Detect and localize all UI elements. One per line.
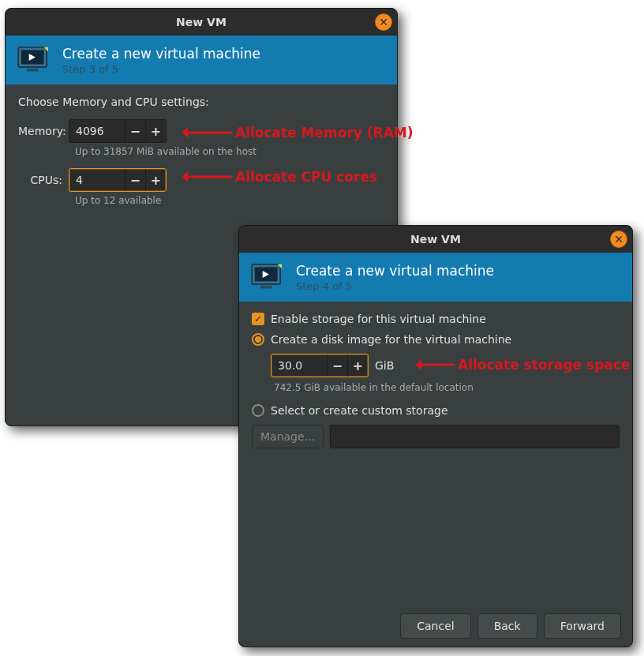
back-button[interactable]: Back xyxy=(477,613,537,639)
memory-hint: Up to 31857 MiB available on the host xyxy=(75,146,384,157)
cancel-button[interactable]: Cancel xyxy=(400,613,470,639)
wizard-header: Create a new virtual machine Step 3 of 5 xyxy=(6,36,397,84)
titlebar[interactable]: New VM xyxy=(6,9,397,36)
disk-plus-button[interactable]: + xyxy=(347,354,368,377)
close-icon[interactable] xyxy=(375,13,392,31)
manage-button[interactable]: Manage... xyxy=(252,425,324,448)
wizard-heading: Create a new virtual machine xyxy=(62,46,260,62)
cpus-label: CPUs: xyxy=(18,174,69,186)
custom-storage-row[interactable]: Select or create custom storage xyxy=(252,404,620,417)
disk-size-unit: GiB xyxy=(375,359,394,372)
disk-size-spinbox[interactable]: − + xyxy=(271,354,369,377)
new-vm-step4-window: New VM Create a new virtual machine Step… xyxy=(238,225,633,647)
cpus-plus-button[interactable]: + xyxy=(145,169,166,191)
wizard-step: Step 4 of 5 xyxy=(296,280,494,292)
disk-size-input[interactable] xyxy=(271,359,327,372)
close-icon[interactable] xyxy=(610,231,627,248)
cpus-hint: Up to 12 available xyxy=(75,195,384,206)
disk-hint: 742.5 GiB available in the default locat… xyxy=(274,382,620,393)
svg-rect-3 xyxy=(27,69,38,72)
forward-button[interactable]: Forward xyxy=(544,613,621,639)
wizard-step: Step 3 of 5 xyxy=(62,63,260,75)
enable-storage-row[interactable]: Enable storage for this virtual machine xyxy=(252,313,620,325)
memory-plus-button[interactable]: + xyxy=(145,120,166,142)
svg-rect-8 xyxy=(260,286,271,289)
memory-input[interactable] xyxy=(69,125,125,137)
memory-spinbox[interactable]: − + xyxy=(69,119,167,143)
wizard-header: Create a new virtual machine Step 4 of 5 xyxy=(239,253,632,302)
create-disk-row[interactable]: Create a disk image for the virtual mach… xyxy=(252,333,620,346)
window-title: New VM xyxy=(176,16,227,28)
wizard-heading: Create a new virtual machine xyxy=(296,263,494,279)
cpus-minus-button[interactable]: − xyxy=(125,169,145,191)
custom-storage-path-input[interactable] xyxy=(330,425,620,448)
vm-icon xyxy=(17,46,51,74)
vm-icon xyxy=(250,263,285,291)
window-title: New VM xyxy=(410,233,461,246)
disk-minus-button[interactable]: − xyxy=(327,354,347,377)
cpus-input[interactable] xyxy=(69,174,125,186)
section-title: Choose Memory and CPU settings: xyxy=(18,96,384,108)
cpus-spinbox[interactable]: − + xyxy=(69,168,167,192)
enable-storage-label: Enable storage for this virtual machine xyxy=(271,313,486,325)
memory-minus-button[interactable]: − xyxy=(125,120,145,142)
enable-storage-checkbox[interactable] xyxy=(252,313,264,325)
custom-storage-label: Select or create custom storage xyxy=(271,404,448,417)
memory-label: Memory: xyxy=(18,125,69,137)
custom-storage-radio[interactable] xyxy=(252,404,264,417)
create-disk-label: Create a disk image for the virtual mach… xyxy=(271,333,511,346)
create-disk-radio[interactable] xyxy=(252,333,264,346)
titlebar[interactable]: New VM xyxy=(239,226,632,253)
